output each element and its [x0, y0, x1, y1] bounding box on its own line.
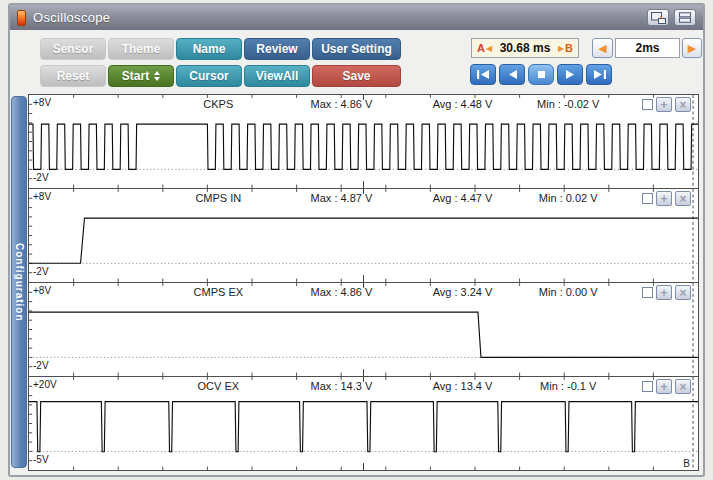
titlebar: Oscilloscope — [10, 5, 703, 30]
oscilloscope-window: Oscilloscope SensorThemeNameReviewUser S… — [8, 3, 705, 477]
toolbar-button-label: Sensor — [53, 42, 94, 56]
channel-select-checkbox[interactable] — [642, 287, 653, 298]
channel-zoom-button[interactable]: + — [656, 379, 672, 394]
channel-close-button[interactable]: × — [675, 379, 691, 394]
signal-trace — [29, 402, 698, 452]
channel-min-value: Min : -0.1 V — [540, 380, 596, 392]
toolbar-button-start[interactable]: Start — [108, 65, 174, 87]
scale-bottom-label: -2V — [33, 172, 49, 183]
skip-start-icon — [477, 70, 490, 79]
step-forward-icon — [565, 70, 576, 79]
window-list-button[interactable] — [674, 9, 696, 26]
configuration-tab-label: Configuration — [14, 243, 25, 322]
channel-panel-ckps: +8VCKPSMax : 4.86 VAvg : 4.48 VMin : -0.… — [29, 95, 698, 188]
channel-controls: +× — [642, 191, 691, 206]
channel-select-checkbox[interactable] — [642, 193, 653, 204]
playback-controls — [470, 64, 612, 85]
toolbar-button-label: Theme — [122, 42, 161, 56]
skip-to-end-button[interactable] — [586, 64, 612, 85]
timebase-decrease-button[interactable]: ◀ — [592, 38, 613, 58]
channel-avg-value: Avg : 4.48 V — [433, 98, 493, 110]
scale-bottom-label: -5V — [33, 454, 49, 465]
signal-trace — [29, 124, 698, 169]
app-icon — [17, 10, 26, 26]
channel-controls: +× — [642, 285, 691, 300]
signal-trace — [29, 218, 698, 263]
skip-to-start-button[interactable] — [470, 64, 496, 85]
stop-icon — [537, 70, 546, 79]
toolbar-button-label: Cursor — [189, 69, 228, 83]
channel-avg-value: Avg : 3.24 V — [433, 286, 493, 298]
stop-button[interactable] — [528, 64, 554, 85]
configuration-tab[interactable]: Configuration — [11, 96, 27, 468]
channel-name: CKPS — [203, 98, 233, 110]
right-triangle-icon: ▶ — [688, 43, 696, 54]
time-range-display: A ◀ 30.68 ms ▶ B — [471, 38, 579, 58]
toolbar-button-label: Review — [256, 42, 297, 56]
channel-close-button[interactable]: × — [675, 191, 691, 206]
timebase-increase-button[interactable]: ▶ — [682, 38, 702, 58]
toolbar-button-user-setting[interactable]: User Setting — [312, 38, 401, 60]
channel-zoom-button[interactable]: + — [656, 285, 672, 300]
toolbar-button-reset[interactable]: Reset — [40, 65, 106, 87]
skip-end-icon — [593, 70, 606, 79]
cursor-b-label: B — [565, 42, 573, 54]
channel-name: OCV EX — [198, 380, 240, 392]
timebase-value: 2ms — [615, 38, 680, 58]
scale-top-label: +8V — [33, 285, 51, 296]
scale-bottom-label: -2V — [33, 266, 49, 277]
scope-content: Configuration +8VCKPSMax : 4.86 VAvg : 4… — [10, 93, 703, 475]
capture-window-button[interactable] — [647, 9, 669, 26]
channel-panel-cmps-in: +8VCMPS INMax : 4.87 VAvg : 4.47 VMin : … — [29, 188, 698, 282]
channel-zoom-button[interactable]: + — [656, 191, 672, 206]
step-forward-button[interactable] — [557, 64, 583, 85]
channel-min-value: Min : 0.02 V — [539, 192, 598, 204]
toolbar-button-name[interactable]: Name — [176, 38, 242, 60]
channel-min-value: Min : 0.00 V — [539, 286, 598, 298]
titlebar-buttons — [647, 9, 696, 26]
channel-max-value: Max : 14.3 V — [311, 380, 373, 392]
channel-select-checkbox[interactable] — [642, 381, 653, 392]
left-triangle-icon: ◀ — [598, 43, 606, 54]
step-back-button[interactable] — [499, 64, 525, 85]
toolbar-button-sensor[interactable]: Sensor — [40, 38, 106, 60]
channel-select-checkbox[interactable] — [642, 99, 653, 110]
channel-max-value: Max : 4.86 V — [311, 98, 373, 110]
toolbar-button-label: Start — [122, 69, 149, 83]
scale-top-label: +20V — [33, 379, 57, 390]
channel-controls: +× — [642, 97, 691, 112]
channel-close-button[interactable]: × — [675, 97, 691, 112]
spinner-arrows-icon[interactable] — [154, 71, 160, 81]
scale-top-label: +8V — [33, 191, 51, 202]
step-back-icon — [507, 70, 518, 79]
channel-close-button[interactable]: × — [675, 285, 691, 300]
cursor-b-marker-label: B — [683, 458, 690, 469]
channel-avg-value: Avg : 13.4 V — [433, 380, 493, 392]
channel-max-value: Max : 4.87 V — [311, 192, 373, 204]
channel-name: CMPS IN — [195, 192, 241, 204]
channel-avg-value: Avg : 4.47 V — [433, 192, 493, 204]
channel-max-value: Max : 4.86 V — [311, 286, 373, 298]
toolbar: SensorThemeNameReviewUser SettingResetSt… — [10, 30, 703, 93]
toolbar-button-label: Save — [342, 69, 370, 83]
toolbar-button-label: User Setting — [321, 42, 392, 56]
channel-panel-ocv-ex: +20VOCV EXMax : 14.3 VAvg : 13.4 VMin : … — [29, 376, 698, 470]
stacked-bars-icon — [679, 12, 691, 23]
toolbar-button-review[interactable]: Review — [244, 38, 310, 60]
toolbar-button-viewall[interactable]: ViewAll — [244, 65, 310, 87]
signal-trace — [29, 312, 698, 357]
overlapping-windows-icon — [651, 12, 666, 24]
cursor-a-arrow-icon[interactable]: ◀ — [486, 44, 492, 53]
channel-zoom-button[interactable]: + — [656, 97, 672, 112]
scale-top-label: +8V — [33, 97, 51, 108]
toolbar-button-grid: SensorThemeNameReviewUser SettingResetSt… — [40, 38, 401, 87]
toolbar-button-label: Name — [193, 42, 226, 56]
toolbar-button-cursor[interactable]: Cursor — [176, 65, 242, 87]
channel-panels: +8VCKPSMax : 4.86 VAvg : 4.48 VMin : -0.… — [28, 94, 699, 471]
toolbar-button-label: ViewAll — [256, 69, 298, 83]
cursor-b-arrow-icon[interactable]: ▶ — [558, 44, 564, 53]
toolbar-button-save[interactable]: Save — [312, 65, 401, 87]
toolbar-button-theme[interactable]: Theme — [108, 38, 174, 60]
scale-bottom-label: -2V — [33, 360, 49, 371]
time-range-value: 30.68 ms — [493, 41, 557, 55]
